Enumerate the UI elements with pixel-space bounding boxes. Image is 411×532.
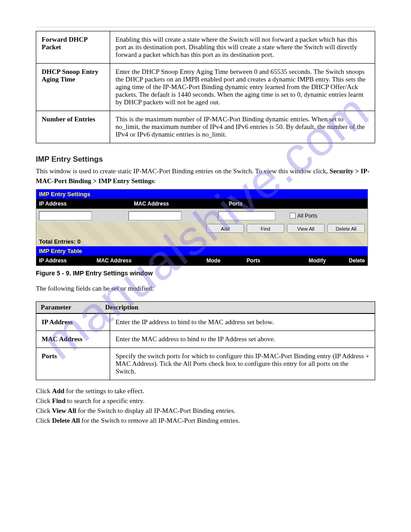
def-label: Ports	[36, 348, 110, 380]
tcol-mac: MAC Address	[94, 256, 204, 266]
tcol-modify: Modify	[306, 256, 346, 266]
post: for the Switch to display all IP-MAC-Por…	[76, 407, 235, 414]
closing-line: Click Add for the settings to take effec…	[36, 386, 375, 396]
def-text: This is the maximum number of IP-MAC-Por…	[110, 111, 375, 143]
bold: View All	[52, 407, 76, 414]
desc-header-param: Parameter	[41, 304, 103, 311]
bold: Delete All	[52, 417, 80, 424]
def-label: MAC Address	[36, 331, 110, 348]
delete-all-button[interactable]: Delete All	[327, 224, 365, 233]
def-label: IP Address	[36, 314, 110, 331]
tcol-ports: Ports	[244, 256, 306, 266]
mac-address-input[interactable]	[128, 211, 181, 220]
closing-line: Click View All for the Switch to display…	[36, 406, 375, 416]
panel-title-settings: IMP Entry Settings	[36, 189, 368, 199]
post: for the settings to take effect.	[64, 387, 144, 395]
ports-input[interactable]	[218, 211, 275, 220]
col-ip: IP Address	[36, 199, 131, 209]
imp-entry-settings-window: IMP Entry Settings IP Address MAC Addres…	[36, 189, 368, 266]
tcol-ip: IP Address	[36, 256, 94, 266]
post: to search for a specific entry.	[65, 397, 145, 404]
button-row: Add Find View All Delete All	[36, 222, 368, 237]
table-row: MAC Address Enter the MAC address to bin…	[36, 331, 375, 348]
def-text: Enter the MAC address to bind to the IP …	[110, 331, 375, 348]
intro-text: This window is used to create static IP-…	[36, 167, 330, 175]
colon: :	[154, 177, 156, 184]
all-ports-label: All Ports	[297, 213, 317, 219]
pre: Click	[36, 417, 52, 424]
table-row: Number of Entries This is the maximum nu…	[36, 111, 375, 143]
total-entries-label: Total Entries: 0	[36, 237, 368, 246]
add-button[interactable]: Add	[206, 224, 244, 233]
table-row: DHCP Snoop Entry Aging Time Enter the DH…	[36, 64, 375, 111]
closing-line: Click Delete All for the Switch to remov…	[36, 416, 375, 426]
pre: Click	[36, 397, 52, 404]
closing-line: Click Find to search for a specific entr…	[36, 396, 375, 406]
def-label: DHCP Snoop Entry Aging Time	[36, 64, 110, 111]
tcol-delete: Delete	[346, 256, 368, 266]
result-columns-row: IP Address MAC Address Mode Ports Modify…	[36, 256, 368, 266]
bold: Add	[52, 387, 64, 395]
closing-block: Click Add for the settings to take effec…	[36, 386, 375, 425]
panel-title-table: IMP Entry Table	[36, 246, 368, 256]
pre: Click	[36, 407, 52, 414]
table-row: Ports Specify the switch ports for which…	[36, 348, 375, 380]
def-label: Forward DHCP Packet	[36, 31, 110, 64]
desc-header-bar: Parameter Description	[36, 301, 375, 313]
section-intro: This window is used to create static IP-…	[36, 167, 375, 186]
definitions-table-2: IP Address Enter the IP address to bind …	[36, 313, 375, 380]
table2-intro: The following fields can be set or modif…	[36, 284, 375, 294]
input-row-area: All Ports Add Find View All Delete All T…	[36, 209, 368, 246]
view-all-button[interactable]: View All	[287, 224, 325, 233]
section-heading-imp-entry: IMP Entry Settings	[36, 155, 375, 164]
def-text: Enter the IP address to bind to the MAC …	[110, 314, 375, 331]
ip-address-input[interactable]	[39, 211, 92, 220]
table-row: IP Address Enter the IP address to bind …	[36, 314, 375, 331]
find-button[interactable]: Find	[247, 224, 284, 233]
col-ports: Ports	[226, 199, 368, 209]
checkbox-box-icon	[290, 213, 295, 219]
col-mac: MAC Address	[131, 199, 226, 209]
input-columns-row: IP Address MAC Address Ports	[36, 199, 368, 209]
input-row-top: All Ports	[36, 209, 368, 222]
def-text-span: Specify the switch ports for which to co…	[116, 352, 369, 375]
bold: Find	[52, 397, 65, 404]
definitions-table-1: Forward DHCP Packet Enabling this will c…	[36, 31, 375, 143]
def-text: Enter the DHCP Snoop Entry Aging Time be…	[110, 64, 375, 111]
def-text: Specify the switch ports for which to co…	[110, 348, 375, 380]
def-label: Number of Entries	[36, 111, 110, 143]
tcol-mode: Mode	[204, 256, 244, 266]
top-rule	[36, 27, 375, 27]
table-row: Forward DHCP Packet Enabling this will c…	[36, 31, 375, 64]
pre: Click	[36, 387, 52, 395]
document-page: manualshive.com Forward DHCP Packet Enab…	[0, 0, 411, 452]
post: for the Switch to remove all IP-MAC-Port…	[80, 417, 240, 424]
all-ports-checkbox[interactable]: All Ports	[290, 213, 317, 219]
figure-caption: Figure 5 - 9. IMP Entry Settings window	[36, 270, 375, 277]
def-text: Enabling this will create a state where …	[110, 31, 375, 64]
desc-header-desc: Description	[105, 304, 138, 311]
